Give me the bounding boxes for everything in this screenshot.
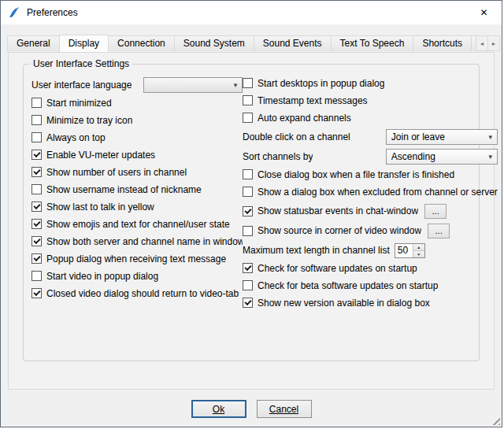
checkbox-start-video-popup[interactable]: Start video in popup dialog	[32, 270, 243, 282]
checkbox-label: Show number of users in channel	[46, 167, 187, 178]
checkbox-label: Always on top	[46, 132, 106, 143]
checkbox[interactable]	[243, 169, 253, 179]
checkbox-start-desktops-popup[interactable]: Start desktops in popup dialog	[243, 77, 498, 89]
spin-up-icon[interactable]: ▲	[413, 244, 424, 251]
checkbox-always-on-top[interactable]: Always on top	[32, 131, 243, 143]
checkbox[interactable]	[32, 219, 42, 229]
tab-text-to-speech[interactable]: Text To Speech	[331, 35, 414, 51]
checkbox-check-updates[interactable]: Check for software updates on startup	[243, 262, 498, 274]
tab-display[interactable]: Display	[59, 35, 109, 52]
video-source-browse-button[interactable]: ...	[428, 224, 450, 239]
checkbox[interactable]	[32, 236, 42, 246]
checkbox[interactable]	[32, 132, 42, 142]
checkbox-closed-video-return[interactable]: Closed video dialog should return to vid…	[32, 287, 243, 299]
checkbox-start-minimized[interactable]: Start minimized	[32, 97, 243, 109]
checkbox[interactable]	[243, 187, 253, 197]
checkbox-label: Show source in corner of video window	[258, 225, 421, 236]
checkbox-enable-vu-meter[interactable]: Enable VU-meter updates	[32, 149, 243, 161]
checkbox-auto-expand-channels[interactable]: Auto expand channels	[243, 112, 498, 124]
checkbox-label: Show statusbar events in chat-window	[258, 205, 418, 216]
tab-strip: General Display Connection Sound System …	[7, 35, 476, 52]
chevron-down-icon: ▾	[229, 81, 242, 89]
checkbox-show-username[interactable]: Show username instead of nickname	[32, 183, 243, 195]
checkbox-close-on-file-transfer[interactable]: Close dialog box when a file transfer is…	[243, 168, 498, 180]
settings-columns: User interface language ▾ Start minimize…	[32, 77, 471, 314]
checkbox[interactable]	[243, 113, 253, 123]
double-click-label: Double click on a channel	[243, 131, 350, 142]
titlebar[interactable]: Preferences ✕	[1, 1, 502, 24]
language-dropdown[interactable]: ▾	[143, 77, 243, 93]
checkbox-show-server-and-channel[interactable]: Show both server and channel name in win…	[32, 235, 243, 247]
sort-channels-dropdown[interactable]: Ascending ▾	[386, 149, 498, 165]
checkbox[interactable]	[32, 253, 42, 264]
checkbox-show-emojis[interactable]: Show emojis and text for channel/user st…	[32, 218, 243, 230]
chevron-down-icon: ▾	[484, 153, 497, 161]
checkbox-statusbar-events-row[interactable]: Show statusbar events in chat-window ...	[243, 203, 498, 219]
checkbox-label: Timestamp text messages	[258, 95, 368, 106]
tab-sound-system[interactable]: Sound System	[174, 35, 254, 51]
statusbar-events-browse-button[interactable]: ...	[424, 204, 447, 219]
checkbox-show-last-to-talk[interactable]: Show last to talk in yellow	[32, 201, 243, 213]
checkbox[interactable]	[243, 263, 253, 273]
checkbox[interactable]	[32, 288, 42, 298]
checkbox-dialog-when-excluded[interactable]: Show a dialog box when excluded from cha…	[243, 186, 498, 198]
tab-scroll-left-icon[interactable]: ◄	[476, 35, 488, 51]
cancel-button[interactable]: Cancel	[257, 400, 312, 418]
tab-bar: General Display Connection Sound System …	[7, 35, 500, 52]
checkbox[interactable]	[243, 206, 253, 216]
max-text-length-label: Maximum text length in channel list	[243, 245, 390, 256]
tab-scroll-right-icon[interactable]: ►	[487, 35, 500, 51]
checkbox-video-source-row[interactable]: Show source in corner of video window ..…	[243, 223, 498, 239]
close-icon[interactable]: ✕	[466, 1, 502, 24]
checkbox-show-new-version[interactable]: Show new version available in dialog box	[243, 297, 498, 309]
checkbox[interactable]	[32, 150, 42, 160]
checkbox-popup-dialog-text-message[interactable]: Popup dialog when receiving text message	[32, 253, 243, 264]
checkbox[interactable]	[32, 98, 42, 108]
checkbox-label: Start minimized	[46, 98, 112, 109]
checkbox[interactable]	[243, 298, 253, 308]
checkbox-label: Check for software updates on startup	[258, 263, 417, 274]
checkbox-label: Closed video dialog should return to vid…	[46, 288, 239, 299]
checkbox-check-beta-updates[interactable]: Check for beta software updates on start…	[243, 279, 498, 291]
checkbox-label: Minimize to tray icon	[46, 115, 132, 126]
checkbox[interactable]	[243, 226, 253, 236]
checkbox-show-number-of-users[interactable]: Show number of users in channel	[32, 166, 243, 178]
checkbox[interactable]	[243, 78, 253, 88]
tab-general[interactable]: General	[7, 35, 60, 51]
sort-channels-row: Sort channels by Ascending ▾	[243, 149, 498, 165]
tab-sound-events[interactable]: Sound Events	[254, 35, 332, 51]
tab-connection[interactable]: Connection	[108, 35, 175, 51]
app-icon	[8, 6, 20, 19]
checkbox-label: Popup dialog when receiving text message	[46, 253, 226, 264]
checkbox[interactable]	[32, 167, 42, 177]
checkbox[interactable]	[32, 115, 42, 125]
spinner-value: 50	[395, 244, 413, 257]
ok-button[interactable]: Ok	[191, 400, 246, 418]
spin-down-icon[interactable]: ▼	[413, 251, 424, 257]
tab-shortcuts[interactable]: Shortcuts	[413, 35, 472, 51]
group-user-interface-settings: User Interface Settings User interface l…	[23, 64, 480, 361]
checkbox-label: Show a dialog box when excluded from cha…	[258, 187, 498, 198]
checkbox-timestamp-messages[interactable]: Timestamp text messages	[243, 94, 498, 106]
window-title: Preferences	[27, 7, 78, 18]
double-click-dropdown[interactable]: Join or leave ▾	[386, 129, 498, 145]
display-tab-panel: User Interface Settings User interface l…	[8, 52, 495, 390]
double-click-row: Double click on a channel Join or leave …	[243, 129, 498, 145]
max-text-length-spinner[interactable]: 50 ▲ ▼	[395, 243, 425, 258]
checkbox-label: Show emojis and text for channel/user st…	[46, 219, 230, 230]
tab-scrollers: ◄ ►	[476, 35, 500, 51]
checkbox-label: Close dialog box when a file transfer is…	[258, 169, 454, 180]
checkbox-minimize-to-tray[interactable]: Minimize to tray icon	[32, 114, 243, 126]
sort-channels-value: Ascending	[391, 151, 484, 162]
checkbox[interactable]	[32, 184, 42, 194]
checkbox-label: Auto expand channels	[258, 113, 351, 124]
language-row: User interface language ▾	[32, 77, 243, 93]
checkbox-label: Start video in popup dialog	[46, 271, 158, 282]
checkbox[interactable]	[243, 95, 253, 105]
checkbox-label: Enable VU-meter updates	[46, 150, 155, 161]
sort-channels-label: Sort channels by	[243, 151, 313, 162]
checkbox[interactable]	[32, 271, 42, 281]
checkbox[interactable]	[243, 280, 253, 290]
checkbox[interactable]	[32, 202, 42, 212]
button-bar: Ok Cancel	[1, 400, 502, 418]
